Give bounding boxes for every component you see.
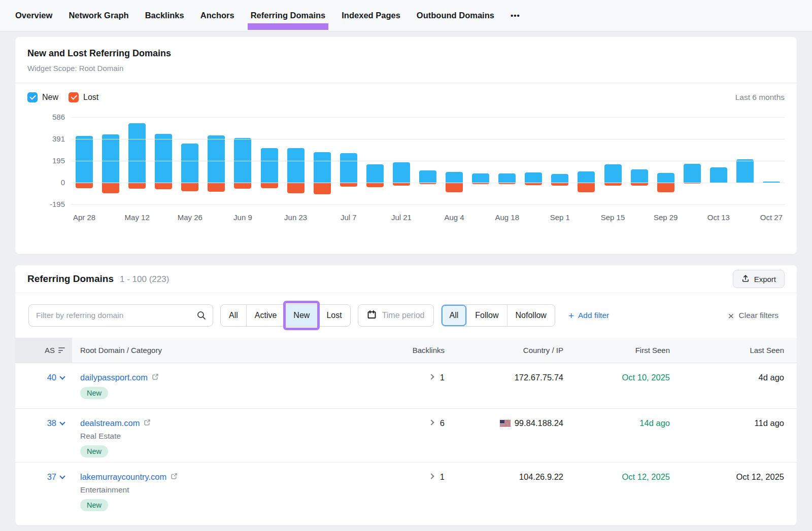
tab-network-graph[interactable]: Network Graph — [69, 11, 128, 20]
domain-line: dailypassport.com — [80, 373, 381, 382]
segment-all[interactable]: All — [442, 305, 467, 326]
gridline — [71, 139, 785, 139]
bar-new-aug-18 — [498, 173, 516, 183]
cell-as: 38 — [15, 409, 72, 462]
new-badge: New — [80, 445, 108, 457]
chevron-down-icon — [59, 419, 65, 425]
ip-address: 172.67.75.74 — [515, 373, 563, 382]
x-axis-label: Sep 29 — [654, 213, 678, 222]
bar-lost-aug-4 — [446, 183, 463, 192]
bar-lost-sep-8 — [578, 183, 595, 192]
as-score-value: 37 — [47, 472, 56, 482]
bar-lost-jun-9 — [234, 183, 251, 189]
x-axis-label: Jul 21 — [391, 213, 412, 222]
add-filter-button[interactable]: + Add filter — [568, 311, 609, 321]
cell-root-domain: lakemurraycountry.comEntertainmentNew — [72, 463, 381, 525]
tab-outbound-domains[interactable]: Outbound Domains — [417, 11, 494, 20]
legend-item-new: New — [27, 92, 58, 102]
x-axis-label: Jul 7 — [341, 213, 357, 222]
legend-label-new: New — [42, 93, 58, 102]
bar-new-oct-13 — [710, 167, 727, 183]
cell-first-seen: Oct 10, 2025 — [579, 363, 685, 408]
y-axis-tick: 391 — [27, 134, 65, 143]
bar-lost-jul-14 — [366, 183, 384, 187]
calendar-icon — [367, 310, 377, 322]
y-axis-tick: 0 — [27, 178, 65, 187]
search-icon — [196, 310, 207, 323]
table-row: 38dealstream.comReal EstateNew699.84.188… — [15, 409, 797, 463]
x-axis-label: Aug 18 — [495, 213, 519, 222]
cell-backlinks: 1 — [381, 463, 457, 525]
cell-backlinks: 6 — [381, 409, 457, 462]
clear-filters-button[interactable]: × Clear filters — [728, 310, 779, 321]
x-axis-label: Oct 13 — [707, 213, 730, 222]
bar-new-jun-2 — [208, 135, 225, 183]
as-score-value: 40 — [47, 373, 56, 382]
as-score-toggle[interactable]: 38 — [47, 418, 64, 428]
bar-new-aug-11 — [472, 173, 489, 183]
domain-link[interactable]: dealstream.com — [80, 418, 140, 428]
segment-all[interactable]: All — [221, 305, 246, 326]
bar-new-sep-29 — [657, 173, 674, 183]
x-axis-label: Jun 9 — [233, 213, 252, 222]
external-link-icon[interactable] — [152, 373, 159, 382]
more-menu-icon[interactable]: ••• — [511, 11, 520, 20]
referring-domains-card: Referring Domains 1 - 100 (223) Export A… — [15, 265, 797, 525]
x-axis-label: Sep 15 — [601, 213, 625, 222]
checkbox-lost[interactable] — [69, 92, 79, 102]
us-flag-icon — [500, 420, 511, 427]
external-link-icon[interactable] — [144, 418, 151, 428]
bar-new-jul-21 — [393, 162, 410, 183]
bar-new-jun-16 — [261, 148, 278, 183]
chart-card-header: New and Lost Referring Domains Widget Sc… — [15, 37, 797, 83]
segment-lost[interactable]: Lost — [318, 305, 350, 326]
domain-link[interactable]: dailypassport.com — [80, 373, 148, 382]
domain-filter-input[interactable] — [28, 304, 213, 327]
chevron-right-icon[interactable] — [428, 473, 434, 479]
cell-first-seen: Oct 12, 2025 — [579, 463, 685, 525]
tab-indexed-pages[interactable]: Indexed Pages — [342, 11, 400, 20]
chevron-right-icon[interactable] — [428, 374, 434, 379]
bar-new-may-26 — [181, 144, 198, 183]
checkbox-new[interactable] — [27, 92, 38, 102]
gridline — [71, 204, 785, 205]
bar-new-sep-15 — [604, 164, 622, 183]
segment-new[interactable]: New — [285, 305, 318, 326]
export-button[interactable]: Export — [733, 270, 785, 288]
time-period-button[interactable]: Time period — [358, 304, 434, 327]
domain-line: dealstream.com — [80, 418, 381, 428]
domain-link[interactable]: lakemurraycountry.com — [80, 472, 166, 482]
as-score-toggle[interactable]: 40 — [47, 373, 64, 382]
bar-lost-jul-7 — [340, 183, 357, 187]
table-row: 37lakemurraycountry.comEntertainmentNew1… — [15, 463, 797, 525]
segment-follow[interactable]: Follow — [466, 305, 506, 326]
new-badge: New — [80, 499, 108, 511]
backlinks-count: 1 — [440, 472, 445, 482]
close-icon: × — [728, 310, 734, 321]
segment-nofollow[interactable]: Nofollow — [507, 305, 555, 326]
table-body: 40dailypassport.comNew1172.67.75.74Oct 1… — [15, 363, 797, 525]
bar-new-jul-14 — [366, 164, 384, 183]
x-axis-label: Aug 4 — [444, 213, 464, 222]
clear-filters-label: Clear filters — [739, 311, 779, 320]
table-card-header: Referring Domains 1 - 100 (223) Export — [15, 265, 797, 293]
status-segmented-control: AllActiveNewLost — [220, 304, 351, 327]
domain-category: Entertainment — [80, 485, 381, 494]
bar-lost-apr-28 — [76, 183, 93, 188]
external-link-icon[interactable] — [171, 472, 178, 482]
cell-country-ip: 99.84.188.24 — [457, 409, 579, 462]
chevron-right-icon[interactable] — [428, 419, 434, 425]
gridline — [71, 183, 785, 183]
cell-country-ip: 172.67.75.74 — [457, 363, 579, 408]
filter-row: AllActiveNewLost Time period AllFollowNo… — [15, 293, 797, 338]
segment-active[interactable]: Active — [246, 305, 285, 326]
tab-overview[interactable]: Overview — [15, 11, 52, 20]
table-row: 40dailypassport.comNew1172.67.75.74Oct 1… — [15, 363, 797, 409]
chevron-down-icon — [59, 374, 65, 379]
tab-anchors[interactable]: Anchors — [200, 11, 234, 20]
tab-referring-domains[interactable]: Referring Domains — [251, 11, 326, 20]
plus-icon: + — [568, 311, 574, 321]
as-score-toggle[interactable]: 37 — [47, 472, 64, 482]
tab-backlinks[interactable]: Backlinks — [145, 11, 184, 20]
column-header-as[interactable]: AS — [15, 338, 72, 363]
